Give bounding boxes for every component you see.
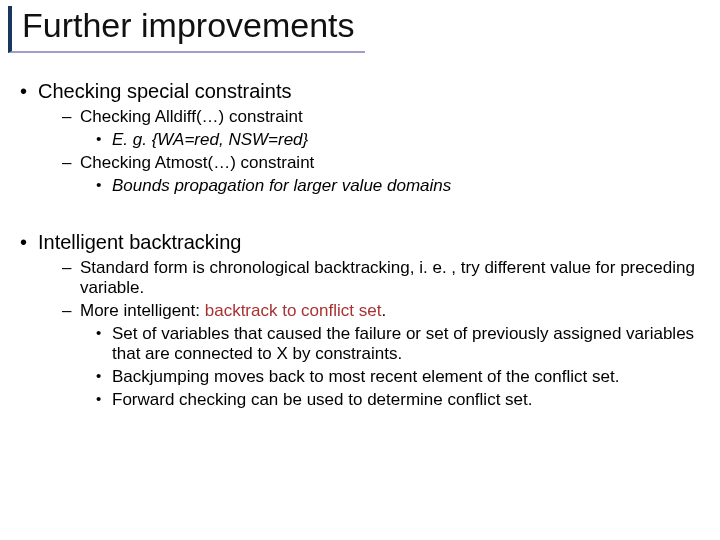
bullet-forward-checking: Forward checking can be used to determin… — [18, 390, 702, 410]
more-intelligent-pre: More intelligent: — [80, 301, 205, 320]
bullet-atmost-example: Bounds propagation for larger value doma… — [18, 176, 702, 196]
slide-content: Checking special constraints Checking Al… — [18, 72, 702, 413]
more-intelligent-post: . — [381, 301, 386, 320]
bullet-alldiff-example: E. g. {WA=red, NSW=red} — [18, 130, 702, 150]
bullet-backjumping: Backjumping moves back to most recent el… — [18, 367, 702, 387]
bullet-special-constraints: Checking special constraints — [18, 80, 702, 103]
bullet-alldiff: Checking Alldiff(…) constraint — [18, 107, 702, 127]
conflict-set-highlight: backtrack to conflict set — [205, 301, 382, 320]
bullet-atmost: Checking Atmost(…) constraint — [18, 153, 702, 173]
bullet-more-intelligent: More intelligent: backtrack to conflict … — [18, 301, 702, 321]
bullet-standard-form: Standard form is chronological backtrack… — [18, 258, 702, 298]
title-block: Further improvements — [8, 6, 365, 53]
spacer — [18, 199, 702, 223]
bullet-set-desc: Set of variables that caused the failure… — [18, 324, 702, 364]
slide-title: Further improvements — [22, 6, 355, 45]
bullet-intelligent-backtracking: Intelligent backtracking — [18, 231, 702, 254]
